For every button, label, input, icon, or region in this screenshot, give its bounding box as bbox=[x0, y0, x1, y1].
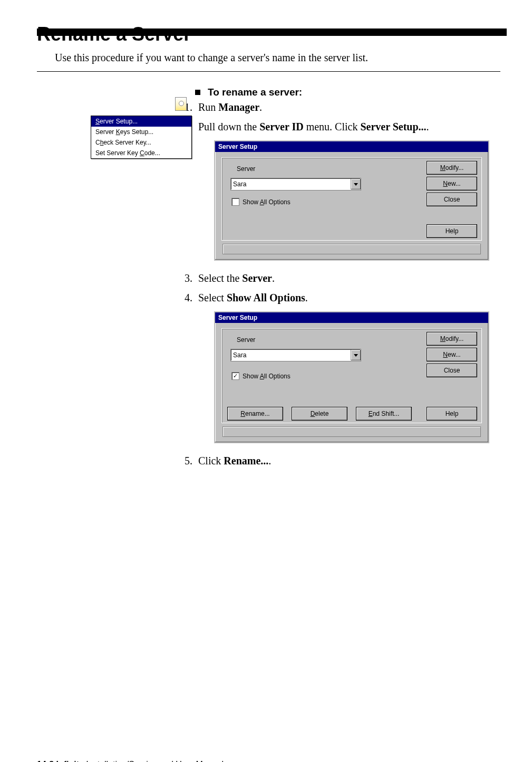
checkbox-checked-icon: ✓ bbox=[231, 372, 239, 380]
step-2: Pull down the Server ID menu. Click Serv… bbox=[195, 121, 500, 261]
status-bar bbox=[223, 244, 481, 254]
dialog-title: Server Setup bbox=[215, 312, 488, 323]
steps-list: Run Manager. Pull down the Server ID men… bbox=[195, 101, 500, 467]
procedure-lead: To rename a server: bbox=[208, 87, 302, 98]
menu-item-check-server-key[interactable]: Check Server Key... bbox=[91, 137, 191, 148]
step-3: Select the Server. bbox=[195, 272, 500, 284]
server-setup-dialog-2: Server Setup Server Sara ✓ Show bbox=[214, 311, 489, 443]
step-4: Select Show All Options. Server Setup Se… bbox=[195, 292, 500, 443]
server-combo[interactable]: Sara bbox=[230, 178, 361, 190]
page-footer: 14-8 Infinity Installation/Service and U… bbox=[37, 760, 224, 762]
server-label: Server bbox=[237, 336, 255, 344]
help-button[interactable]: Help bbox=[427, 407, 477, 421]
menu-item-set-server-key-code[interactable]: Set Server Key Code... bbox=[91, 148, 191, 158]
intro-text: Use this procedure if you want to change… bbox=[55, 52, 500, 64]
status-bar bbox=[223, 426, 481, 437]
modify-button[interactable]: Modify... bbox=[427, 332, 477, 346]
new-button[interactable]: New... bbox=[427, 177, 477, 190]
header-bar bbox=[37, 28, 507, 36]
end-shift-button[interactable]: End Shift... bbox=[356, 407, 412, 421]
close-button[interactable]: Close bbox=[427, 364, 477, 377]
dropdown-icon[interactable] bbox=[351, 179, 361, 189]
server-combo-value: Sara bbox=[231, 351, 246, 359]
close-button[interactable]: Close bbox=[427, 193, 477, 206]
dialog-title: Server Setup bbox=[215, 141, 488, 152]
menu-item-server-keys-setup[interactable]: Server Keys Setup... bbox=[91, 127, 191, 137]
new-button[interactable]: New... bbox=[427, 348, 477, 361]
delete-button[interactable]: Delete bbox=[292, 407, 347, 421]
help-button[interactable]: Help bbox=[427, 224, 477, 238]
modify-button[interactable]: Modify... bbox=[427, 161, 477, 175]
show-all-options-checkbox[interactable]: Show All Options bbox=[231, 198, 291, 206]
bullet-icon bbox=[195, 90, 200, 95]
server-combo[interactable]: Sara bbox=[230, 349, 361, 361]
rename-button[interactable]: Rename... bbox=[227, 407, 283, 421]
menu-item-server-setup[interactable]: Server Setup... bbox=[91, 116, 191, 127]
step-1: Run Manager. bbox=[195, 101, 500, 113]
server-label: Server bbox=[237, 165, 255, 173]
checkbox-unchecked-icon bbox=[231, 198, 239, 206]
divider bbox=[37, 71, 500, 72]
note-icon bbox=[175, 97, 187, 111]
dropdown-icon[interactable] bbox=[351, 350, 361, 360]
server-id-menu: Server Setup... Server Keys Setup... Che… bbox=[91, 116, 192, 159]
server-combo-value: Sara bbox=[231, 180, 246, 188]
step-5: Click Rename.... bbox=[195, 455, 500, 467]
server-setup-dialog-1: Server Setup Server Sara Show A bbox=[214, 140, 489, 261]
show-all-options-checkbox-checked[interactable]: ✓ Show All Options bbox=[231, 372, 291, 380]
